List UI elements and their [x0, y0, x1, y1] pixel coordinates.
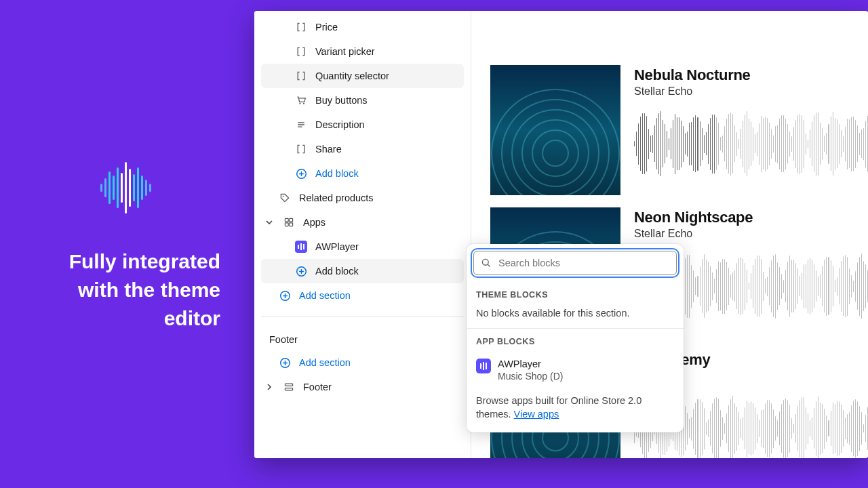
block-label: Variant picker [315, 46, 458, 57]
theme-blocks-heading: THEME BLOCKS [467, 282, 684, 305]
svg-rect-4 [117, 167, 119, 208]
footer-heading: Footer [261, 325, 464, 350]
square-brackets-icon [295, 70, 307, 82]
add-block-apps-label: Add block [315, 266, 458, 277]
footer-label: Footer [303, 382, 458, 392]
apps-label: Apps [303, 217, 458, 228]
theme-editor-sidebar: PriceVariant pickerQuantity selectorBuy … [254, 11, 471, 458]
sidebar-block-item[interactable]: Quantity selector [261, 64, 464, 88]
theme-blocks-empty: No blocks available for this section. [467, 305, 684, 328]
app-block-awplayer[interactable]: AWPlayer Music Shop (D) [467, 352, 684, 384]
app-block-sub: Music Shop (D) [498, 371, 563, 382]
search-icon [481, 258, 492, 268]
svg-rect-24 [285, 223, 288, 226]
app-window: PriceVariant pickerQuantity selectorBuy … [254, 11, 868, 458]
add-block-button[interactable]: Add block [261, 161, 464, 186]
svg-point-13 [299, 103, 300, 104]
svg-rect-12 [149, 184, 151, 192]
svg-rect-7 [129, 169, 131, 207]
related-products-label: Related products [299, 192, 458, 203]
track-title: Neon Nightscape [634, 209, 868, 226]
lines-icon [295, 119, 307, 131]
app-blocks-heading: APP BLOCKS [467, 329, 684, 352]
add-block-apps-button[interactable]: Add block [261, 259, 464, 283]
svg-rect-1 [104, 178, 106, 197]
svg-rect-3 [113, 176, 115, 200]
plus-circle-icon [279, 357, 291, 369]
svg-rect-35 [285, 384, 292, 386]
promo-logo [95, 155, 160, 220]
view-apps-link[interactable]: View apps [514, 409, 559, 420]
block-label: Buy buttons [315, 95, 458, 106]
square-brackets-icon [295, 143, 307, 155]
add-section-label: Add section [299, 290, 458, 301]
svg-rect-8 [133, 174, 135, 201]
awplayer-icon [476, 359, 491, 373]
promo-panel: Fully integrated with the theme editor [0, 0, 254, 488]
track-title: Nebula Nocturne [634, 66, 868, 84]
plus-circle-icon [279, 289, 291, 302]
add-section-footer-button[interactable]: Add section [261, 350, 464, 375]
chevron-right-icon [264, 383, 275, 391]
tag-icon [279, 192, 291, 204]
sidebar-footer[interactable]: Footer [261, 375, 464, 399]
app-block-name: AWPlayer [498, 359, 563, 369]
svg-rect-5 [121, 173, 123, 203]
block-label: Quantity selector [315, 70, 458, 81]
svg-rect-22 [285, 218, 288, 222]
square-brackets-icon [295, 21, 307, 33]
square-brackets-icon [295, 45, 307, 58]
sidebar-block-item[interactable]: Buy buttons [261, 88, 464, 113]
svg-point-14 [303, 103, 304, 104]
sidebar-app-awplayer[interactable]: AWPlayer [261, 235, 464, 259]
cart-icon [295, 94, 307, 106]
sidebar-block-item[interactable]: Share [261, 137, 464, 161]
search-blocks-input-wrap[interactable] [473, 251, 677, 275]
svg-rect-36 [285, 388, 292, 390]
browse-apps-text: Browse apps built for Online Store 2.0 t… [467, 384, 684, 432]
sidebar-block-item[interactable]: Description [261, 113, 464, 137]
svg-rect-11 [145, 180, 147, 196]
awplayer-label: AWPlayer [315, 241, 458, 252]
track-artist: Stellar Echo [634, 228, 868, 240]
svg-rect-2 [108, 171, 111, 204]
svg-rect-0 [100, 184, 102, 192]
track-item: Nebula NocturneStellar Echo [471, 65, 868, 195]
search-blocks-input[interactable] [498, 258, 669, 268]
section-icon [283, 381, 295, 393]
promo-headline: Fully integrated with the theme editor [27, 247, 227, 333]
add-section-footer-label: Add section [299, 357, 458, 368]
plus-circle-icon [295, 167, 307, 180]
chevron-down-icon [264, 218, 275, 226]
svg-point-37 [482, 259, 488, 265]
sidebar-block-item[interactable]: Variant picker [261, 39, 464, 64]
sidebar-block-item[interactable]: Price [261, 15, 464, 39]
svg-rect-6 [125, 162, 127, 214]
svg-point-21 [283, 196, 284, 197]
svg-rect-23 [290, 218, 293, 222]
block-label: Description [315, 119, 458, 130]
add-block-popup: THEME BLOCKS No blocks available for thi… [467, 244, 684, 432]
svg-rect-25 [290, 223, 293, 226]
svg-line-38 [488, 264, 490, 266]
track-artist: Stellar Echo [634, 85, 868, 98]
plus-circle-icon [295, 265, 307, 277]
apps-icon [283, 216, 295, 228]
sidebar-related-products[interactable]: Related products [261, 186, 464, 210]
awplayer-icon [295, 241, 307, 253]
svg-rect-9 [137, 167, 139, 208]
waveform[interactable] [634, 110, 868, 178]
block-label: Share [315, 144, 458, 155]
add-section-button[interactable]: Add section [261, 283, 464, 308]
add-block-label: Add block [315, 168, 458, 179]
sidebar-apps[interactable]: Apps [261, 210, 464, 235]
track-cover [490, 65, 620, 195]
block-label: Price [315, 22, 458, 33]
divider [261, 316, 464, 317]
svg-rect-10 [141, 176, 143, 200]
